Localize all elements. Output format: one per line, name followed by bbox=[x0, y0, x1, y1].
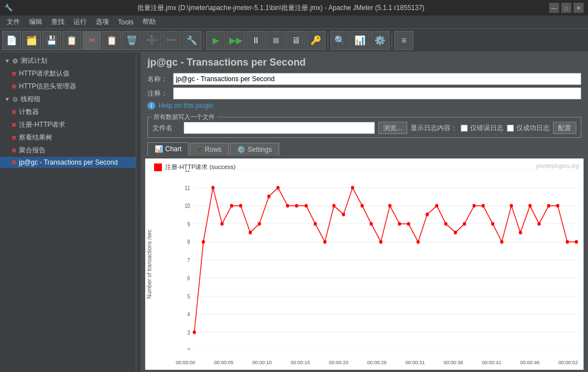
x-axis-labels: 00:00:00 00:00:05 00:00:10 00:00:15 00:0… bbox=[176, 360, 578, 365]
window-controls: — □ ✕ bbox=[549, 3, 584, 13]
file-label: 文件名 bbox=[152, 123, 180, 133]
toolbar-remove[interactable]: ➖ bbox=[162, 31, 181, 50]
svg-text:5: 5 bbox=[187, 294, 190, 300]
info-icon: i bbox=[147, 102, 155, 110]
tab-settings[interactable]: ⚙️ Settings bbox=[230, 143, 279, 156]
menu-tools[interactable]: Tools bbox=[113, 17, 138, 27]
svg-point-59 bbox=[537, 222, 541, 226]
toolbar-copy[interactable]: 📋 bbox=[102, 31, 121, 50]
sidebar-item-icon: ✖ bbox=[11, 121, 17, 129]
toolbar-settings[interactable]: 🔧 bbox=[182, 31, 201, 50]
panel-header: jp@gc - Transactions per Second 名称： 注释： … bbox=[141, 52, 588, 115]
browse-button[interactable]: 浏览... bbox=[378, 122, 407, 134]
toolbar-chart[interactable]: 📊 bbox=[350, 31, 369, 50]
menu-bar: 文件 编辑 查找 运行 选项 Tools 帮助 bbox=[0, 16, 588, 29]
sidebar-item-icon: ✖ bbox=[11, 70, 17, 78]
menu-search[interactable]: 查找 bbox=[47, 16, 69, 28]
menu-edit[interactable]: 编辑 bbox=[24, 16, 47, 28]
maximize-button[interactable]: □ bbox=[561, 3, 571, 13]
svg-point-41 bbox=[369, 222, 373, 226]
tab-chart[interactable]: 📊 Chart bbox=[147, 142, 189, 156]
svg-point-57 bbox=[519, 231, 522, 235]
success-log-checkbox[interactable] bbox=[507, 125, 514, 132]
minimize-button[interactable]: — bbox=[549, 3, 559, 13]
sidebar-item-aggregate[interactable]: ✖ 聚合报告 bbox=[0, 144, 136, 157]
comment-input[interactable] bbox=[173, 87, 581, 100]
svg-point-61 bbox=[556, 204, 560, 208]
toolbar-stop[interactable]: ⏹ bbox=[266, 31, 285, 50]
sidebar-item-http-header[interactable]: ✖ HTTP信息头管理器 bbox=[0, 80, 136, 93]
sidebar-item-http-request[interactable]: ✖ 注册-HTTP请求 bbox=[0, 118, 136, 131]
svg-point-49 bbox=[444, 222, 448, 226]
svg-point-28 bbox=[249, 231, 252, 235]
menu-help[interactable]: 帮助 bbox=[138, 16, 160, 28]
toolbar-run[interactable]: ▶ bbox=[206, 31, 225, 50]
svg-point-53 bbox=[482, 204, 485, 208]
expand-icon: ▼ bbox=[4, 58, 10, 64]
sidebar-item-icon: ✖ bbox=[11, 108, 17, 116]
svg-point-54 bbox=[491, 222, 495, 226]
toolbar-new[interactable]: 📄 bbox=[2, 31, 21, 50]
menu-run[interactable]: 运行 bbox=[69, 16, 91, 28]
sidebar-item-test-plan[interactable]: ▼ ⚙ 测试计划 bbox=[0, 54, 136, 67]
toolbar-search2[interactable]: 🔍 bbox=[330, 31, 349, 50]
rows-tab-icon: ✔ bbox=[197, 146, 202, 153]
toolbar-save[interactable]: 💾 bbox=[42, 31, 61, 50]
menu-file[interactable]: 文件 bbox=[2, 16, 24, 28]
sidebar-item-label: 聚合报告 bbox=[19, 146, 46, 155]
svg-point-27 bbox=[239, 204, 243, 208]
error-log-checkbox[interactable] bbox=[461, 125, 468, 132]
toolbar-save-as[interactable]: 📋 bbox=[62, 31, 81, 50]
svg-text:9: 9 bbox=[187, 221, 190, 227]
toolbar-pause[interactable]: ⏸ bbox=[246, 31, 265, 50]
comment-row: 注释： bbox=[147, 87, 581, 100]
sidebar-item-icon: ✖ bbox=[11, 158, 17, 166]
sidebar-item-tps[interactable]: ✖ jp@gc - Transactions per Second bbox=[0, 157, 136, 168]
log-label: 显示日志内容： bbox=[411, 123, 457, 133]
error-log-label: 仅错误日志 bbox=[470, 123, 503, 133]
toolbar-paste[interactable]: 🗑️ bbox=[122, 31, 141, 50]
svg-point-33 bbox=[295, 204, 298, 208]
sidebar-item-label: HTTP信息头管理器 bbox=[19, 82, 76, 91]
close-button[interactable]: ✕ bbox=[574, 3, 584, 13]
title-bar: 🔧 批量注册.jmx (D:\jmeter\apache-jmeter-5.1.… bbox=[0, 0, 588, 16]
tab-rows[interactable]: ✔ Rows bbox=[190, 143, 229, 156]
sidebar-item-icon: ✖ bbox=[11, 83, 17, 91]
x-label-6: 00:00:31 bbox=[406, 360, 425, 365]
svg-point-22 bbox=[192, 330, 196, 334]
sidebar-item-label: 察看结果树 bbox=[19, 133, 52, 142]
file-section: 所有数据写入一个文件 文件名 浏览... 显示日志内容： 仅错误日志 仅成功日志… bbox=[147, 117, 581, 138]
svg-point-50 bbox=[454, 231, 457, 235]
menu-options[interactable]: 选项 bbox=[91, 16, 113, 28]
toolbar-monitor[interactable]: 🖥 bbox=[286, 31, 305, 50]
sidebar-item-view-results[interactable]: ✖ 察看结果树 bbox=[0, 131, 136, 144]
sidebar-item-counter[interactable]: ✖ 计数器 bbox=[0, 106, 136, 118]
toolbar-clear[interactable]: 🔑 bbox=[307, 31, 325, 50]
config-button[interactable]: 配置 bbox=[553, 122, 576, 134]
panel-title: jp@gc - Transactions per Second bbox=[147, 57, 581, 68]
sidebar-item-thread-group[interactable]: ▼ ⚙ 线程组 bbox=[0, 93, 136, 106]
toolbar-menu[interactable]: ≡ bbox=[394, 31, 413, 50]
svg-point-38 bbox=[342, 212, 345, 216]
svg-point-46 bbox=[417, 240, 420, 244]
svg-point-56 bbox=[510, 204, 513, 208]
success-log-checkbox-group: 仅成功日志 bbox=[507, 123, 550, 133]
file-input[interactable] bbox=[184, 122, 375, 134]
toolbar-add[interactable]: ➕ bbox=[142, 31, 161, 50]
toolbar-config[interactable]: ⚙️ bbox=[370, 31, 389, 50]
toolbar-run-no-pause[interactable]: ▶▶ bbox=[226, 31, 245, 50]
svg-point-55 bbox=[500, 240, 503, 244]
svg-point-48 bbox=[435, 204, 438, 208]
sidebar-item-http-defaults[interactable]: ✖ HTTP请求默认值 bbox=[0, 67, 136, 80]
name-input[interactable] bbox=[173, 73, 581, 85]
resize-handle[interactable]: ⋮ bbox=[136, 52, 141, 372]
chart-area: jmeterplugins.org 注册-HTTP请求 (success) Nu… bbox=[145, 158, 584, 370]
svg-point-34 bbox=[305, 204, 308, 208]
svg-point-39 bbox=[351, 186, 354, 190]
sidebar-item-icon: ✖ bbox=[11, 134, 17, 142]
sidebar-item-label: 计数器 bbox=[19, 107, 39, 117]
toolbar-cut[interactable]: ✂ bbox=[82, 31, 101, 50]
toolbar-open[interactable]: 🗂️ bbox=[22, 31, 41, 50]
help-link[interactable]: Help on this plugin bbox=[159, 102, 214, 110]
x-label-2: 00:00:10 bbox=[253, 360, 272, 365]
